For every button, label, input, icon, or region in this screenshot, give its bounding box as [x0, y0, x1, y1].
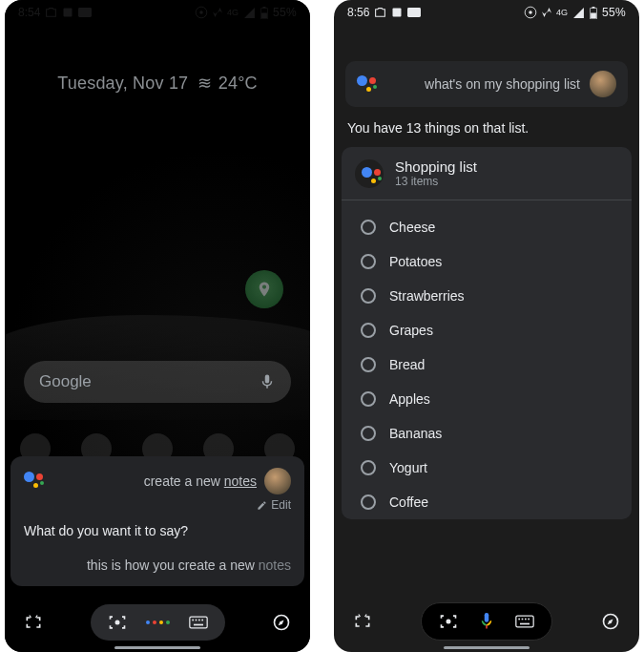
list-item-label: Apples [389, 391, 430, 407]
lens-icon[interactable] [108, 613, 127, 632]
radio-icon[interactable] [361, 426, 376, 441]
nav-handle[interactable] [444, 646, 530, 649]
image-icon [391, 7, 403, 18]
svg-point-6 [114, 620, 119, 625]
snapshot-icon[interactable] [24, 613, 43, 632]
list-item[interactable]: Cheese [342, 210, 632, 244]
list-item-label: Grapes [389, 323, 433, 338]
svg-rect-15 [407, 8, 421, 17]
radio-icon[interactable] [361, 357, 376, 372]
assistant-input-pill [91, 604, 225, 641]
svg-rect-24 [518, 619, 520, 620]
signal-icon [572, 7, 585, 19]
network-label: 4G [556, 8, 568, 17]
svg-rect-23 [516, 616, 533, 627]
assistant-query[interactable]: create a new notes [52, 473, 257, 489]
list-item-label: Bananas [389, 426, 442, 441]
svg-rect-9 [195, 620, 197, 621]
radio-icon[interactable] [361, 391, 376, 407]
location-pin-icon[interactable] [245, 270, 283, 308]
list-item[interactable]: Potatoes [342, 244, 632, 279]
svg-rect-12 [194, 624, 203, 626]
date-text: Tuesday, Nov 17 [57, 74, 188, 93]
nav-handle[interactable] [114, 646, 200, 649]
assistant-query[interactable]: what's on my shopping list [385, 76, 580, 92]
assistant-listening-icon[interactable] [146, 620, 170, 624]
list-item[interactable]: Apples [342, 382, 632, 416]
status-bar: 8:56 4G 55% [334, 0, 639, 23]
svg-rect-26 [525, 619, 527, 620]
avatar[interactable] [590, 71, 616, 97]
shopping-list-card: Shopping list 13 items CheesePotatoesStr… [342, 147, 632, 519]
edit-button[interactable]: Edit [24, 498, 291, 512]
svg-rect-8 [192, 620, 194, 621]
list-item-label: Strawberries [389, 288, 465, 304]
mic-icon[interactable] [259, 373, 276, 390]
phone-right: 8:56 4G 55% what's on my shopping list Y… [334, 0, 639, 652]
edit-label: Edit [271, 498, 291, 512]
assistant-panel: create a new notes Edit What do you want… [10, 456, 304, 586]
radio-icon[interactable] [361, 494, 376, 510]
svg-point-20 [447, 620, 451, 624]
radio-icon[interactable] [361, 254, 376, 269]
list-item[interactable]: Grapes [342, 313, 632, 347]
assistant-bottom-dock [5, 604, 310, 641]
keyboard-icon[interactable] [515, 612, 534, 631]
assistant-input-pill [421, 602, 552, 641]
temp-text: 24°C [218, 74, 258, 93]
list-items: CheesePotatoesStrawberriesGrapesBreadApp… [342, 200, 632, 519]
list-item[interactable]: Bananas [342, 416, 632, 451]
radio-icon[interactable] [361, 323, 376, 338]
snapshot-icon[interactable] [353, 612, 372, 631]
list-item[interactable]: Coffee [342, 485, 632, 519]
svg-rect-18 [592, 7, 595, 8]
mic-icon[interactable] [477, 612, 496, 631]
list-item-label: Bread [389, 357, 425, 372]
date-weather[interactable]: Tuesday, Nov 17 ≋ 24°C [5, 73, 310, 94]
list-item-label: Coffee [389, 494, 428, 510]
list-item-label: Yogurt [389, 460, 427, 475]
battery-icon [590, 7, 597, 19]
assistant-logo-icon [24, 471, 45, 492]
radio-icon[interactable] [361, 288, 376, 304]
keyboard-icon[interactable] [189, 613, 208, 632]
assistant-query-row: what's on my shopping list [345, 61, 628, 107]
explore-icon[interactable] [272, 613, 291, 632]
assistant-prompt: What do you want it to say? [24, 523, 291, 538]
svg-point-16 [529, 11, 532, 14]
google-search-bar[interactable]: Google [24, 361, 291, 403]
svg-rect-14 [393, 9, 402, 17]
list-item[interactable]: Yogurt [342, 451, 632, 485]
radio-icon[interactable] [361, 460, 376, 475]
explore-icon[interactable] [601, 612, 620, 631]
svg-rect-19 [591, 12, 596, 18]
list-item-label: Potatoes [389, 254, 442, 269]
assistant-bottom-dock [334, 602, 639, 641]
radio-icon[interactable] [361, 220, 376, 235]
status-time: 8:56 [347, 6, 369, 19]
assistant-summary: You have 13 things on that list. [347, 120, 626, 136]
avatar[interactable] [264, 468, 291, 494]
data-icon [542, 7, 551, 18]
list-header[interactable]: Shopping list 13 items [342, 147, 632, 200]
screenshot-icon [374, 7, 386, 19]
app-badge-icon [407, 8, 421, 17]
weather-glyph: ≋ [197, 74, 210, 93]
svg-rect-11 [201, 620, 203, 621]
svg-rect-22 [486, 625, 488, 629]
search-placeholder: Google [39, 372, 259, 391]
svg-rect-7 [189, 617, 206, 628]
pencil-icon [257, 500, 267, 511]
list-item-label: Cheese [389, 220, 435, 235]
list-subtitle: 13 items [395, 175, 477, 188]
assistant-logo-icon [355, 159, 384, 188]
list-item[interactable]: Bread [342, 347, 632, 382]
list-title: Shopping list [395, 158, 477, 175]
assistant-logo-icon [357, 74, 376, 94]
svg-rect-28 [520, 623, 530, 625]
svg-rect-25 [522, 619, 524, 620]
list-item[interactable]: Strawberries [342, 279, 632, 313]
phone-left: 8:54 4G 55% Tuesday, Nov 17 ≋ 24°C Googl… [5, 0, 310, 652]
lens-icon[interactable] [439, 612, 458, 631]
assistant-response[interactable]: this is how you create a new notes [24, 557, 291, 573]
